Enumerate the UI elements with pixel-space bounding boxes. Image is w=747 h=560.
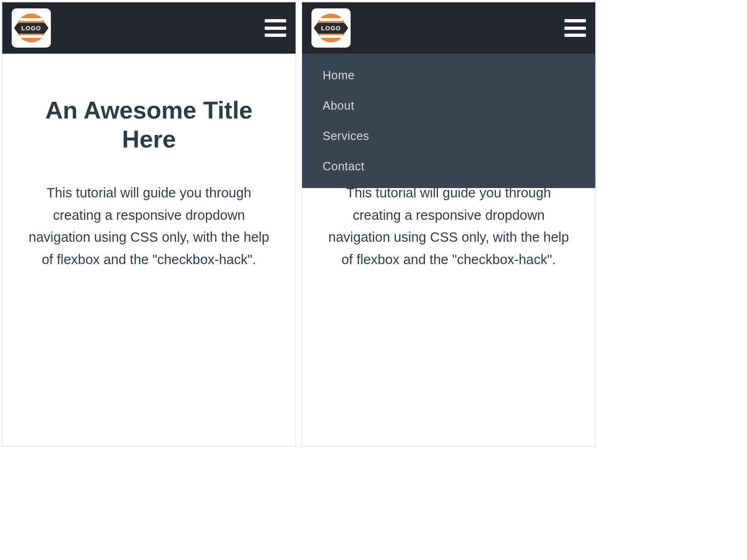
menu-item-about[interactable]: About xyxy=(302,91,595,121)
hamburger-icon[interactable] xyxy=(265,19,286,37)
menu-item-home[interactable]: Home xyxy=(302,60,595,91)
main-content: An Awesome Title Here This tutorial will… xyxy=(2,54,296,271)
logo-circle-icon: LOGO xyxy=(317,14,345,42)
logo[interactable]: LOGO xyxy=(311,8,351,48)
logo-text: LOGO xyxy=(317,23,345,34)
dropdown-menu: Home About Services Contact xyxy=(302,54,595,188)
page-description: This tutorial will guide you through cre… xyxy=(28,182,269,271)
frame-menu-open: LOGO Home About Services Contact An Awes… xyxy=(302,2,596,447)
page-description: This tutorial will guide you through cre… xyxy=(328,182,569,271)
logo-circle-icon: LOGO xyxy=(17,14,46,42)
logo-text: LOGO xyxy=(18,23,45,34)
logo[interactable]: LOGO xyxy=(12,8,51,48)
navbar: LOGO xyxy=(2,2,296,54)
page-title: An Awesome Title Here xyxy=(28,96,269,154)
navbar: LOGO xyxy=(302,2,595,54)
hamburger-icon[interactable] xyxy=(564,19,586,37)
menu-item-services[interactable]: Services xyxy=(302,121,595,151)
frame-menu-closed: LOGO An Awesome Title Here This tutorial… xyxy=(2,2,296,447)
menu-item-contact[interactable]: Contact xyxy=(302,151,595,182)
